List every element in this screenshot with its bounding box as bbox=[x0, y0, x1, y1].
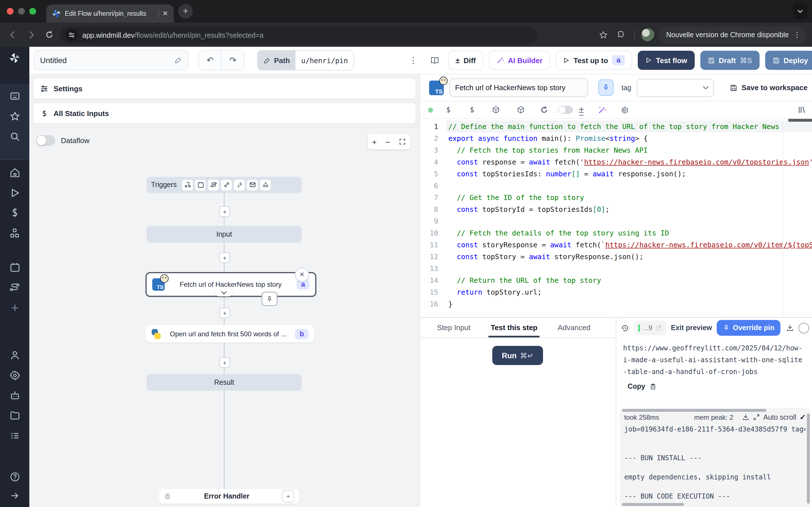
maximize-window-button[interactable] bbox=[29, 8, 36, 15]
sidebar-item-ai[interactable] bbox=[8, 389, 21, 402]
sidebar-item-help[interactable] bbox=[8, 470, 21, 483]
websocket-trigger-icon[interactable] bbox=[221, 179, 232, 190]
sidebar-item-resources[interactable] bbox=[8, 227, 21, 239]
step-node-b[interactable]: Open url and fetch first 500 words of ..… bbox=[146, 325, 314, 342]
code-line[interactable]: 7 // Get the ID of the top story bbox=[420, 191, 812, 203]
tab-advanced[interactable]: Advanced bbox=[558, 318, 591, 337]
add-step-button[interactable]: + bbox=[219, 307, 230, 318]
webhook-trigger-icon[interactable] bbox=[183, 179, 193, 190]
download-result-icon[interactable] bbox=[786, 324, 794, 332]
test-up-to-step-badge[interactable]: a bbox=[612, 55, 625, 65]
flow-canvas[interactable]: Dataflow + − Triggers bbox=[29, 127, 419, 507]
code-line[interactable]: 6 bbox=[420, 180, 812, 191]
diff-mode-toggle[interactable] bbox=[558, 106, 573, 114]
error-handler-node[interactable]: Error Handler + bbox=[159, 489, 299, 504]
back-button[interactable] bbox=[6, 27, 20, 42]
sidebar-item-users[interactable] bbox=[8, 349, 21, 361]
path-chip[interactable]: Path u/henri/pin bbox=[257, 50, 354, 70]
reload-code-icon[interactable] bbox=[536, 106, 553, 114]
log-horizontal-scrollbar[interactable] bbox=[622, 409, 766, 412]
code-line[interactable]: 11 const storyResponse = await fetch(`ht… bbox=[420, 239, 812, 251]
more-options-button[interactable]: ⋮ bbox=[405, 52, 421, 68]
undo-button[interactable]: ↶ bbox=[199, 51, 221, 70]
sidebar-item-folders[interactable] bbox=[8, 409, 21, 421]
sidebar-item-home[interactable] bbox=[8, 166, 21, 179]
sidebar-item-audit-logs[interactable] bbox=[8, 429, 21, 442]
download-logs-icon[interactable] bbox=[742, 413, 749, 421]
add-step-button[interactable]: + bbox=[219, 357, 230, 368]
sidebar-item-settings[interactable] bbox=[8, 369, 21, 381]
code-line[interactable]: 14 // Return the URL of the top story bbox=[420, 274, 812, 286]
add-step-button[interactable]: + bbox=[219, 252, 230, 263]
schedule-trigger-icon[interactable] bbox=[195, 179, 206, 190]
forward-button[interactable] bbox=[24, 27, 38, 42]
contextual-variables-icon[interactable] bbox=[463, 106, 480, 114]
test-up-to-button[interactable]: Test up to a bbox=[555, 51, 632, 70]
code-line[interactable]: 3 // Fetch the top stories from Hacker N… bbox=[420, 144, 812, 156]
editor-settings-gear-icon[interactable] bbox=[616, 106, 633, 114]
code-line[interactable]: 13 bbox=[420, 263, 812, 274]
minimize-window-button[interactable] bbox=[18, 8, 25, 15]
sidebar-item-workspace[interactable] bbox=[8, 90, 21, 102]
expand-step-chevron[interactable] bbox=[215, 290, 232, 296]
sidebar-item-variables[interactable] bbox=[8, 206, 21, 219]
ai-assistant-icon[interactable] bbox=[593, 106, 610, 114]
bookmark-star-icon[interactable] bbox=[596, 27, 610, 42]
new-tab-button[interactable]: + bbox=[178, 4, 193, 18]
profile-avatar[interactable] bbox=[640, 27, 655, 42]
tab-search-button[interactable] bbox=[793, 3, 808, 19]
history-icon[interactable] bbox=[621, 324, 629, 332]
log-horizontal-scrollbar-bottom[interactable] bbox=[622, 503, 684, 506]
sidebar-item-runs[interactable] bbox=[8, 186, 21, 199]
copy-result-button[interactable]: Copy bbox=[627, 383, 806, 390]
chrome-update-button[interactable]: Nouvelle version de Chrome disponible ⋮ bbox=[658, 26, 806, 43]
extensions-icon[interactable] bbox=[614, 27, 628, 42]
zoom-out-button[interactable]: − bbox=[386, 137, 390, 146]
auto-scroll-checkbox[interactable]: ✓ bbox=[800, 413, 806, 421]
flow-settings-row[interactable]: Settings bbox=[33, 78, 416, 99]
tab-test-this-step[interactable]: Test this step bbox=[491, 318, 538, 337]
static-inputs-row[interactable]: All Static Inputs bbox=[33, 103, 416, 124]
remove-step-icon[interactable]: ✕ bbox=[295, 268, 309, 282]
kafka-trigger-icon[interactable] bbox=[234, 179, 245, 190]
code-line[interactable]: 10 // Fetch the details of the top story… bbox=[420, 227, 812, 239]
sidebar-item-favorites[interactable] bbox=[8, 110, 21, 122]
sidebar-item-search[interactable] bbox=[8, 130, 21, 143]
variables-picker-icon[interactable] bbox=[440, 106, 457, 114]
diff-editor-icon[interactable]: ± bbox=[575, 105, 588, 115]
window-controls[interactable] bbox=[7, 8, 36, 15]
flow-title-field[interactable]: Untitled bbox=[34, 50, 188, 70]
deploy-button[interactable]: Deploy bbox=[765, 51, 812, 70]
code-line[interactable]: 8 const topStoryId = topStoriesIds[0]; bbox=[420, 203, 812, 215]
external-link-icon[interactable] bbox=[655, 325, 662, 331]
draft-button[interactable]: Draft ⌘S bbox=[700, 51, 759, 70]
fit-view-button[interactable] bbox=[399, 138, 406, 145]
code-line[interactable]: 1// Define the main function to fetch th… bbox=[420, 121, 812, 132]
triggers-node[interactable]: Triggers bbox=[147, 177, 302, 193]
timer-icon[interactable] bbox=[799, 323, 809, 333]
edit-title-icon[interactable] bbox=[174, 56, 182, 64]
add-error-handler-button[interactable]: + bbox=[282, 490, 294, 503]
resources-picker-icon[interactable] bbox=[487, 106, 504, 114]
add-step-button[interactable]: + bbox=[219, 206, 230, 217]
input-node[interactable]: Input bbox=[147, 226, 302, 242]
override-pin-button[interactable]: Override pin bbox=[716, 320, 780, 336]
result-node[interactable]: Result bbox=[147, 374, 302, 390]
diff-button[interactable]: ± Diff bbox=[448, 51, 483, 70]
browser-menu-icon[interactable]: ⋮ bbox=[794, 31, 801, 39]
email-trigger-icon[interactable] bbox=[247, 179, 258, 190]
job-id-pill[interactable]: ...9 bbox=[634, 321, 666, 335]
log-vertical-scrollbar[interactable] bbox=[807, 413, 810, 504]
test-flow-button[interactable]: Test flow bbox=[638, 51, 695, 70]
poll-trigger-icon[interactable] bbox=[260, 179, 271, 190]
zoom-in-button[interactable]: + bbox=[372, 137, 377, 146]
library-panel-icon[interactable] bbox=[797, 105, 806, 114]
sidebar-item-schedules[interactable] bbox=[8, 261, 21, 273]
reload-button[interactable] bbox=[42, 27, 56, 42]
log-panel[interactable]: took 258ms mem peak: 2 Auto scroll bbox=[620, 408, 810, 507]
tag-select[interactable] bbox=[637, 78, 714, 97]
redo-button[interactable]: ↷ bbox=[221, 51, 244, 70]
code-line[interactable]: 9 bbox=[420, 215, 812, 227]
sidebar-item-add[interactable] bbox=[8, 301, 21, 314]
code-line[interactable]: 2export async function main(): Promise<s… bbox=[420, 132, 812, 144]
